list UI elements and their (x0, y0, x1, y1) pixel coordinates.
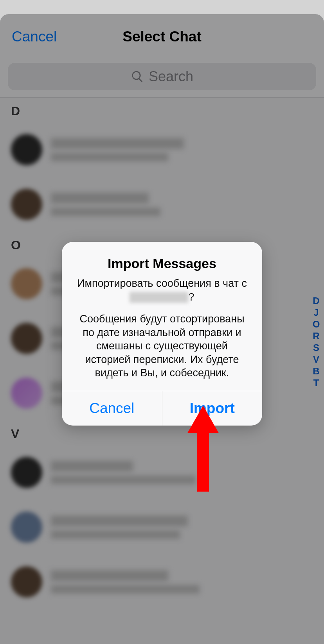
redacted-contact-name (130, 292, 188, 303)
select-chat-sheet: Cancel Select Chat Search D O (0, 14, 324, 644)
alert-message-1: Импортировать сообщения в чат с ? (74, 277, 250, 304)
alert-title: Import Messages (74, 256, 250, 271)
alert-actions: Cancel Import (62, 391, 262, 426)
alert-message-2: Сообщения будут отсортированы по дате из… (74, 312, 250, 380)
import-alert: Import Messages Импортировать сообщения … (62, 242, 262, 426)
alert-cancel-button[interactable]: Cancel (62, 391, 162, 426)
alert-import-button[interactable]: Import (162, 391, 263, 426)
alert-body: Import Messages Импортировать сообщения … (62, 242, 262, 391)
